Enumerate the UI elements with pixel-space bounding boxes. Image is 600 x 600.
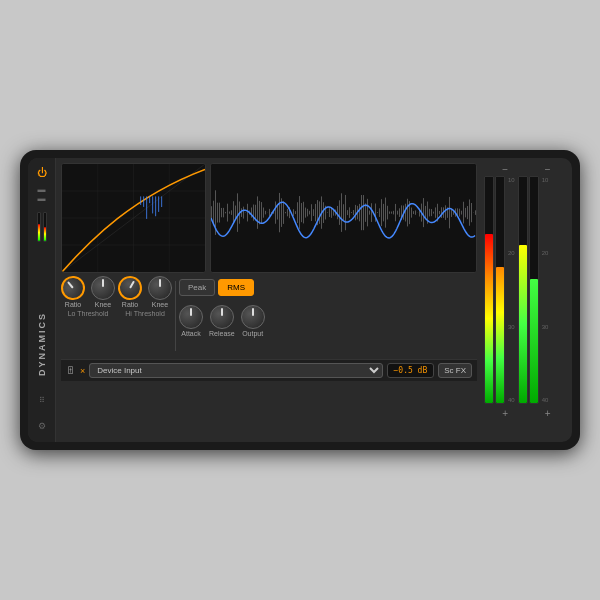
lo-threshold-group: Ratio Knee Lo Threshold <box>61 276 115 317</box>
scale-40: 40 <box>508 397 515 403</box>
attack-label: Attack <box>181 330 200 337</box>
lo-knee-knob[interactable] <box>91 276 115 300</box>
hi-knee-knob[interactable] <box>148 276 172 300</box>
scale-20: 20 <box>508 250 515 256</box>
db-display: −0.5 dB <box>387 363 435 378</box>
scale-r-20: 20 <box>542 250 549 256</box>
rms-button[interactable]: RMS <box>218 279 254 296</box>
dots-icon[interactable]: ⠿ <box>34 392 50 408</box>
meter-scale-labels: 10 20 30 40 <box>507 176 516 404</box>
hi-knob-row: Ratio Knee <box>118 276 172 308</box>
lo-threshold-label: Lo Threshold <box>68 310 109 317</box>
mini-meter-left <box>37 212 41 242</box>
lo-knob-row: Ratio Knee <box>61 276 115 308</box>
scale-10: 10 <box>508 177 515 183</box>
hi-ratio-knob[interactable] <box>114 272 147 305</box>
hi-threshold-group: Ratio Knee Hi Threshold <box>118 276 172 317</box>
scale-r-10: 10 <box>542 177 549 183</box>
waveform-display <box>210 163 477 273</box>
hi-knee-label: Knee <box>152 301 168 308</box>
plugin-label: DYNAMICS <box>37 312 47 376</box>
x-close-icon[interactable]: × <box>80 366 85 376</box>
peak-button[interactable]: Peak <box>179 279 215 296</box>
hi-knee-container: Knee <box>148 276 172 308</box>
release-knob[interactable] <box>210 305 234 329</box>
device-inner: ⏻ ▬▬ DYNAMICS ⠿ ⚙ <box>28 158 572 442</box>
top-section <box>61 163 477 273</box>
device-input-selector[interactable]: Device Input <box>89 363 382 378</box>
meter-plus-right[interactable]: + <box>545 408 551 419</box>
left-sidebar: ⏻ ▬▬ DYNAMICS ⠿ ⚙ <box>28 158 56 442</box>
meter-r1 <box>518 176 528 404</box>
lo-knee-container: Knee <box>91 276 115 308</box>
meter-r2 <box>529 176 539 404</box>
release-container: Release <box>209 305 235 337</box>
aro-group: Attack Release Output <box>179 305 265 337</box>
hi-ratio-container: Ratio <box>118 276 142 308</box>
attack-container: Attack <box>179 305 203 337</box>
right-meters-section: − − 10 20 30 <box>482 158 572 442</box>
meter-top-controls: − − <box>484 162 569 176</box>
transfer-curve-display <box>61 163 206 273</box>
scale-r-40: 40 <box>542 397 549 403</box>
attack-knob[interactable] <box>179 305 203 329</box>
meter-scale-right: 10 20 30 40 <box>541 176 550 404</box>
lo-ratio-container: Ratio <box>61 276 85 308</box>
waveform-canvas <box>211 164 476 272</box>
scale-30: 30 <box>508 324 515 330</box>
output-container: Output <box>241 305 265 337</box>
sc-fx-button[interactable]: Sc FX <box>438 363 472 378</box>
meter-minus-right[interactable]: − <box>545 164 551 175</box>
lo-ratio-label: Ratio <box>65 301 81 308</box>
meter-l2 <box>495 176 505 404</box>
hi-threshold-label: Hi Threshold <box>125 310 165 317</box>
divider-1 <box>175 281 176 351</box>
center-controls: Peak RMS Attack Release <box>179 279 265 337</box>
menu-icon[interactable]: ▬▬ <box>34 186 50 202</box>
output-knob[interactable] <box>241 305 265 329</box>
controls-section: Ratio Knee Lo Threshold Ratio <box>61 276 477 356</box>
meter-plus-controls: + + <box>484 406 569 420</box>
meter-l1 <box>484 176 494 404</box>
meter-plus-left[interactable]: + <box>502 408 508 419</box>
device-outer: ⏻ ▬▬ DYNAMICS ⠿ ⚙ <box>20 150 580 450</box>
settings-icon[interactable]: ⚙ <box>34 418 50 434</box>
mini-meter-right <box>43 212 47 242</box>
left-meter-pair <box>484 176 505 404</box>
hi-ratio-label: Ratio <box>122 301 138 308</box>
output-label: Output <box>242 330 263 337</box>
peak-rms-row: Peak RMS <box>179 279 265 296</box>
release-label: Release <box>209 330 235 337</box>
meter-minus-left[interactable]: − <box>502 164 508 175</box>
right-meter-pair <box>518 176 539 404</box>
scale-r-30: 30 <box>542 324 549 330</box>
power-icon[interactable]: ⏻ <box>34 164 50 180</box>
main-area: Ratio Knee Lo Threshold Ratio <box>56 158 482 442</box>
bottom-icon[interactable]: 🎚 <box>66 365 76 376</box>
meters-main: 10 20 30 40 10 20 <box>484 176 569 404</box>
lo-knee-label: Knee <box>95 301 111 308</box>
bottom-bar: 🎚 × Device Input −0.5 dB Sc FX <box>61 359 477 381</box>
lo-ratio-knob[interactable] <box>56 271 90 305</box>
transfer-canvas <box>62 164 205 272</box>
